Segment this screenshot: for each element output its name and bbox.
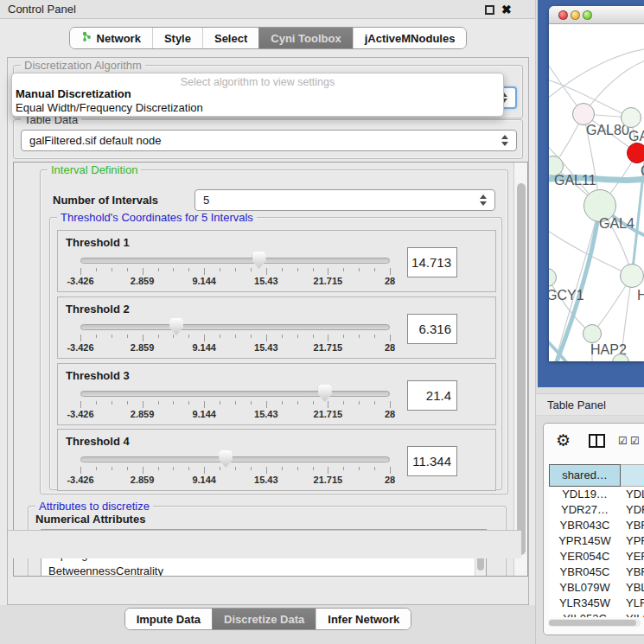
network-node-label: GAL11	[554, 173, 596, 188]
threshold-slider[interactable]: -3.4262.8599.14415.4321.71528	[80, 364, 390, 426]
network-node-c[interactable]	[627, 143, 644, 163]
interval-definition-group: Interval Definition Number of Intervals …	[40, 169, 508, 494]
table-row[interactable]: YPR145WYPR1	[549, 533, 644, 549]
slider-thumb[interactable]	[252, 252, 266, 269]
checkbox-icon[interactable]: ☑	[630, 435, 640, 447]
table-row[interactable]: YIL052CYIL0	[549, 611, 644, 617]
tab-label: Style	[164, 32, 191, 45]
table-data-selected-value: galFiltered.sif default node	[29, 134, 161, 147]
network-window: GAL80GACGAL11GAL4GCY1HHAP2	[549, 6, 644, 361]
cell-shared-name: YBL079W	[549, 580, 621, 596]
algorithm-option-equal-width[interactable]: Equal Width/Frequency Discretization	[12, 101, 503, 115]
tab-infer-network[interactable]: Infer Network	[316, 609, 411, 629]
algorithm-option-manual[interactable]: Manual Discretization	[12, 87, 503, 101]
scrollbar-thumb[interactable]	[549, 620, 636, 626]
control-panel-tabs: NetworkStyleSelectCyni ToolboxjActiveMNo…	[0, 27, 536, 49]
algorithm-dropdown-popup: Select algorithm to view settings Manual…	[11, 73, 504, 117]
number-of-intervals-select[interactable]: 5	[194, 189, 495, 211]
slider-track[interactable]	[80, 391, 390, 397]
cell-name: YBR0	[621, 518, 644, 533]
cell-name: YPR1	[621, 533, 644, 549]
tab-network[interactable]: Network	[70, 28, 152, 48]
network-node-label: C	[641, 163, 644, 179]
combo-arrows-icon	[501, 131, 508, 150]
algorithm-placeholder-option[interactable]: Select algorithm to view settings	[12, 73, 503, 87]
table-row[interactable]: YER054CYER0	[549, 549, 644, 564]
numerical-attributes-label: Numerical Attributes	[35, 513, 145, 526]
tab-select[interactable]: Select	[202, 28, 258, 48]
column-header-shared[interactable]: shared…	[549, 464, 621, 487]
cell-shared-name: YDR27…	[549, 502, 621, 518]
tab-discretize-data[interactable]: Discretize Data	[212, 609, 316, 629]
network-node-label: H	[637, 288, 644, 303]
list-item[interactable]: BetweennessCentrality	[41, 563, 486, 577]
checkbox-icon[interactable]: ☑	[618, 435, 628, 447]
table-row[interactable]: YBL079WYBL0	[549, 580, 644, 596]
column-header-na[interactable]: na	[621, 464, 644, 487]
cell-shared-name: YER054C	[549, 549, 621, 564]
table-row[interactable]: YDL19…YDL1	[549, 487, 644, 502]
zoom-traffic-light-icon[interactable]	[583, 10, 592, 20]
cell-shared-name: YLR345W	[549, 596, 621, 611]
network-icon	[81, 31, 92, 45]
slider-thumb[interactable]	[219, 450, 233, 468]
cell-shared-name: YIL052C	[549, 611, 621, 617]
slider-track[interactable]	[80, 324, 390, 330]
tab-label: Select	[214, 32, 247, 45]
threshold-row: Threshold 2-3.4262.8599.14415.4321.71528…	[57, 296, 496, 359]
columns-icon[interactable]	[589, 434, 605, 448]
slider-ticks	[80, 335, 390, 341]
tab-cyni-toolbox[interactable]: Cyni Toolbox	[258, 28, 352, 48]
table-row[interactable]: YBR045CYBR0	[549, 564, 644, 580]
gear-icon[interactable]: ⚙	[556, 430, 571, 450]
tab-impute-data[interactable]: Impute Data	[125, 609, 212, 629]
table-horizontal-scrollbar[interactable]	[548, 619, 641, 627]
tab-style[interactable]: Style	[152, 28, 202, 48]
tab-label: Cyni Toolbox	[271, 32, 341, 45]
network-window-titlebar[interactable]	[549, 6, 644, 24]
threshold-value-field[interactable]: 6.316	[407, 314, 457, 344]
threshold-value-field[interactable]: 21.4	[407, 380, 457, 411]
tab-jactivemnodules[interactable]: jActiveMNodules	[353, 28, 467, 48]
slider-tick-labels: -3.4262.8599.14415.4321.71528	[80, 342, 390, 354]
close-icon[interactable]: ✖	[501, 1, 515, 18]
float-window-icon[interactable]	[485, 5, 494, 15]
cell-shared-name: YBR045C	[549, 564, 621, 580]
network-node-label: GAL80	[586, 123, 629, 138]
table-data-select[interactable]: galFiltered.sif default node	[21, 130, 517, 151]
tab-label: Infer Network	[328, 613, 399, 626]
slider-ticks	[80, 268, 390, 275]
table-rows: YDL19…YDL1YDR27…YDR2YBR043CYBR0YPR145WYP…	[549, 487, 644, 617]
threshold-value-field[interactable]: 14.713	[407, 247, 457, 277]
slider-ticks	[80, 467, 390, 474]
table-header: shared…na	[549, 464, 644, 487]
slider-tick-labels: -3.4262.8599.14415.4321.71528	[80, 276, 390, 287]
network-node-hap2[interactable]	[583, 324, 602, 343]
control-panel-title: Control Panel	[8, 3, 76, 16]
slider-thumb[interactable]	[318, 385, 332, 402]
threshold-value-field[interactable]: 11.344	[407, 446, 457, 476]
slider-track[interactable]	[80, 258, 390, 264]
network-canvas[interactable]: GAL80GACGAL11GAL4GCY1HHAP2	[549, 25, 644, 361]
threshold-slider[interactable]: -3.4262.8599.14415.4321.71528	[80, 231, 390, 293]
slider-track[interactable]	[80, 456, 390, 462]
settings-scroll-panel: Interval Definition Number of Intervals …	[13, 162, 528, 577]
threshold-slider[interactable]: -3.4262.8599.14415.4321.71528	[80, 297, 390, 360]
table-row[interactable]: YBR043CYBR0	[549, 518, 644, 533]
slider-tick-labels: -3.4262.8599.14415.4321.71528	[80, 475, 390, 486]
discretization-algorithm-title: Discretization Algorithm	[21, 59, 145, 72]
slider-ticks	[80, 401, 390, 408]
settings-vertical-scrollbar[interactable]	[513, 163, 527, 576]
table-row[interactable]: YDR27…YDR2	[549, 502, 644, 518]
scrollbar-thumb[interactable]	[517, 183, 526, 555]
threshold-row: Threshold 4-3.4262.8599.14415.4321.71528…	[57, 429, 496, 491]
close-traffic-light-icon[interactable]	[558, 10, 568, 20]
network-node-ga[interactable]	[621, 107, 641, 128]
network-node-h[interactable]	[620, 264, 644, 288]
panel-divider	[535, 0, 536, 644]
minimize-traffic-light-icon[interactable]	[571, 10, 580, 20]
threshold-slider[interactable]: -3.4262.8599.14415.4321.71528	[80, 430, 390, 492]
cell-name: YLR3	[621, 596, 644, 611]
table-row[interactable]: YLR345WYLR3	[549, 596, 644, 611]
slider-thumb[interactable]	[169, 318, 183, 335]
